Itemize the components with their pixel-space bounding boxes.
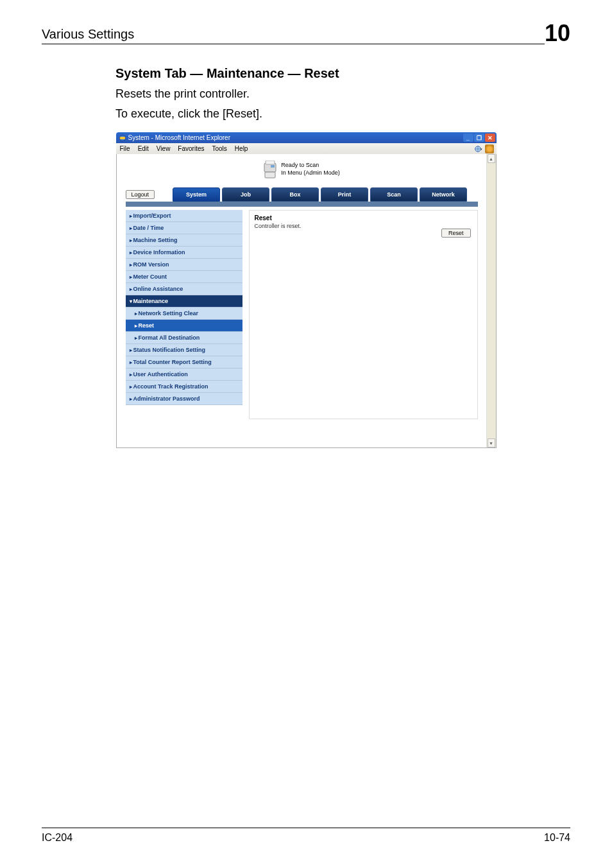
sidebar-item-device_info[interactable]: Device Information bbox=[126, 247, 242, 259]
sidebar-item-user_auth[interactable]: User Authentication bbox=[126, 369, 242, 381]
sidebar: Import/ExportDate / TimeMachine SettingD… bbox=[126, 210, 242, 419]
sidebar-item-rom_version[interactable]: ROM Version bbox=[126, 259, 242, 271]
sidebar-item-machine_setting[interactable]: Machine Setting bbox=[126, 234, 242, 247]
panel-text: Controller is reset. bbox=[255, 223, 472, 229]
logout-button[interactable]: Logout bbox=[126, 190, 155, 199]
window-maximize-button[interactable]: ❐ bbox=[474, 134, 484, 142]
chapter-number: 10 bbox=[545, 19, 570, 42]
printer-icon bbox=[263, 161, 277, 178]
status-line-2: In Menu (Admin Mode) bbox=[281, 169, 340, 177]
window-titlebar: System - Microsoft Internet Explorer _ ❐… bbox=[116, 132, 497, 143]
main-panel: Reset Controller is reset. Reset bbox=[249, 210, 478, 419]
sidebar-item-import_export[interactable]: Import/Export bbox=[126, 210, 242, 222]
svg-rect-7 bbox=[271, 165, 275, 168]
sidebar-item-online_assist[interactable]: Online Assistance bbox=[126, 283, 242, 295]
tab-row: Logout System Job Box Print Scan Network bbox=[117, 187, 487, 202]
screenshot: System - Microsoft Internet Explorer _ ❐… bbox=[116, 132, 497, 448]
window-client: ▲ ▼ Ready to Scan In Men bbox=[116, 154, 497, 448]
menu-tools[interactable]: Tools bbox=[210, 144, 228, 153]
window-title: System - Microsoft Internet Explorer bbox=[128, 134, 231, 141]
scrollbar-up[interactable]: ▲ bbox=[488, 154, 495, 163]
reset-button[interactable]: Reset bbox=[441, 229, 471, 238]
header-title: Various Settings bbox=[42, 27, 134, 42]
sidebar-item-maintenance[interactable]: Maintenance bbox=[126, 295, 242, 308]
menu-fav[interactable]: Favorites bbox=[176, 144, 205, 153]
sidebar-item-acct_track_reg[interactable]: Account Track Registration bbox=[126, 381, 242, 393]
status-row: Ready to Scan In Menu (Admin Mode) bbox=[117, 155, 487, 187]
sidebar-item-admin_pw[interactable]: Administrator Password bbox=[126, 393, 242, 405]
tab-job[interactable]: Job bbox=[222, 187, 269, 202]
window-minimize-button[interactable]: _ bbox=[463, 134, 473, 142]
body-line-1: Resets the print controller. bbox=[115, 87, 570, 101]
window-close-button[interactable]: ✕ bbox=[485, 134, 495, 142]
body-line-2: To execute, click the [Reset]. bbox=[115, 107, 570, 121]
sidebar-item-net_set_clear[interactable]: Network Setting Clear bbox=[126, 308, 242, 320]
window-menubar: File Edit View Favorites Tools Help ▾ bbox=[116, 143, 497, 154]
status-line-1: Ready to Scan bbox=[281, 162, 340, 169]
tab-network[interactable]: Network bbox=[420, 187, 467, 202]
tab-scan[interactable]: Scan bbox=[370, 187, 418, 202]
ie-icon bbox=[119, 134, 126, 142]
section-heading: System Tab — Maintenance — Reset bbox=[115, 66, 570, 81]
sidebar-item-date_time[interactable]: Date / Time bbox=[126, 222, 242, 234]
menu-edit[interactable]: Edit bbox=[137, 144, 150, 153]
tab-system[interactable]: System bbox=[173, 187, 220, 202]
footer-left: IC-204 bbox=[42, 832, 72, 844]
menu-view[interactable]: View bbox=[155, 144, 172, 153]
menu-file[interactable]: File bbox=[119, 144, 132, 153]
svg-rect-5 bbox=[266, 161, 275, 164]
scrollbar[interactable]: ▲ ▼ bbox=[486, 154, 496, 447]
windows-flag-icon[interactable] bbox=[485, 144, 494, 153]
svg-rect-6 bbox=[265, 172, 275, 178]
tab-print[interactable]: Print bbox=[321, 187, 368, 202]
svg-text:▾: ▾ bbox=[480, 146, 482, 150]
scrollbar-down[interactable]: ▼ bbox=[488, 438, 495, 447]
sidebar-item-reset[interactable]: Reset bbox=[126, 320, 242, 332]
menu-help[interactable]: Help bbox=[234, 144, 250, 153]
sidebar-item-total_counter[interactable]: Total Counter Report Setting bbox=[126, 356, 242, 369]
tab-box[interactable]: Box bbox=[271, 187, 319, 202]
panel-title: Reset bbox=[255, 214, 472, 221]
sidebar-item-status_notif[interactable]: Status Notification Setting bbox=[126, 344, 242, 356]
footer-right: 10-74 bbox=[544, 832, 570, 844]
sidebar-item-format_all_dest[interactable]: Format All Destination bbox=[126, 332, 242, 344]
links-icon[interactable]: ▾ bbox=[473, 144, 482, 153]
sidebar-item-meter_count[interactable]: Meter Count bbox=[126, 271, 242, 283]
